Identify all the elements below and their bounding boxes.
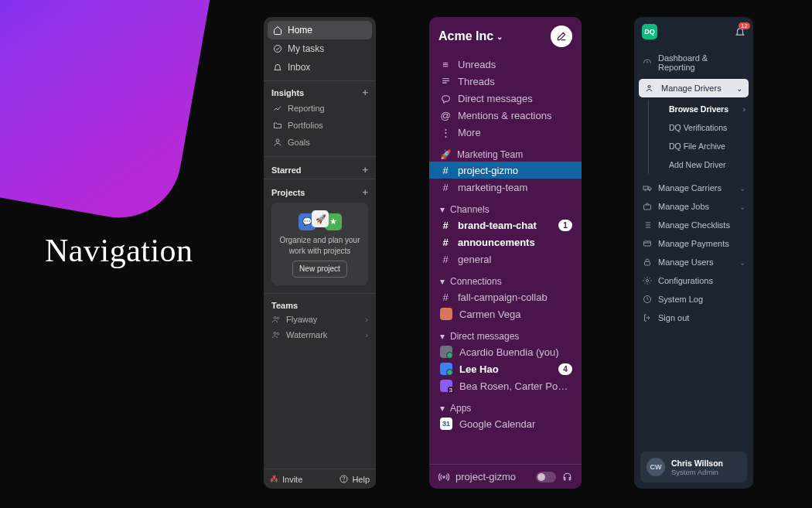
subnav-browse-drivers[interactable]: Browse Drivers› bbox=[648, 100, 753, 118]
section-channels[interactable]: ▾Channels bbox=[429, 200, 582, 216]
dm-carmen-vega[interactable]: Carmen Vega bbox=[429, 305, 582, 322]
channel-announcements[interactable]: #announcements bbox=[429, 234, 582, 251]
team-label: Watermark bbox=[286, 330, 327, 339]
app-icon: 31 bbox=[440, 418, 452, 430]
channel-marketing-team[interactable]: #marketing-team bbox=[429, 179, 582, 196]
briefcase-icon bbox=[642, 202, 652, 211]
nav-dms[interactable]: Direct messages bbox=[429, 90, 582, 107]
headphones-icon[interactable] bbox=[562, 472, 572, 482]
team-flyaway[interactable]: Flyaway › bbox=[264, 312, 376, 327]
background-blob bbox=[0, 0, 227, 227]
nav-goals[interactable]: Goals bbox=[268, 134, 372, 151]
section-apps[interactable]: ▾Apps bbox=[429, 399, 582, 415]
section-insights[interactable]: Insights + bbox=[264, 81, 376, 100]
nav-label: Threads bbox=[458, 76, 495, 87]
nav-label: Manage Users bbox=[658, 257, 714, 267]
user-info: Chris Willson System Admin bbox=[671, 459, 723, 476]
project-card-icons bbox=[278, 210, 362, 230]
svg-point-3 bbox=[277, 317, 279, 319]
huddle-bar: project-gizmo bbox=[429, 464, 582, 489]
plus-icon[interactable]: + bbox=[362, 164, 368, 176]
workspace-switcher[interactable]: Acme Inc ⌄ bbox=[429, 17, 582, 56]
nav-label: Manage Jobs bbox=[658, 202, 709, 211]
plus-icon[interactable]: + bbox=[362, 186, 368, 198]
section-projects[interactable]: Projects + bbox=[264, 181, 376, 199]
section-label: Projects bbox=[271, 188, 305, 197]
threads-icon bbox=[440, 77, 451, 87]
panel-admin: DQ 12 Dashboard & Reporting Manage Drive… bbox=[634, 17, 753, 489]
section-connections[interactable]: ▾Connections bbox=[429, 272, 582, 288]
dm-self[interactable]: Acardio Buendia (you) bbox=[429, 343, 582, 360]
logo[interactable]: DQ bbox=[642, 24, 657, 39]
section-direct-messages[interactable]: ▾Direct messages bbox=[429, 327, 582, 343]
nav-sign-out[interactable]: Sign out bbox=[634, 309, 753, 327]
nav-configurations[interactable]: Configurations bbox=[634, 271, 753, 290]
channel-label: marketing-team bbox=[458, 182, 527, 193]
section-starred[interactable]: Starred + bbox=[264, 159, 376, 177]
huddle-toggle[interactable] bbox=[536, 472, 556, 482]
notifications-button[interactable]: 12 bbox=[735, 26, 745, 37]
nav-system-log[interactable]: System Log bbox=[634, 290, 753, 309]
hash-icon: # bbox=[440, 165, 451, 176]
nav-manage-jobs[interactable]: Manage Jobs⌄ bbox=[634, 197, 753, 216]
channel-brand-team-chat[interactable]: #brand-team-chat1 bbox=[429, 216, 582, 234]
nav-reporting[interactable]: Reporting bbox=[268, 100, 372, 117]
caret-down-icon: ▾ bbox=[440, 204, 445, 215]
nav-manage-carriers[interactable]: Manage Carriers⌄ bbox=[634, 179, 753, 197]
nav-my-tasks[interactable]: My tasks bbox=[268, 39, 372, 58]
panel-asana: Home My tasks Inbox Insights + Reporting… bbox=[264, 17, 376, 489]
svg-point-0 bbox=[275, 46, 281, 53]
nav-inbox[interactable]: Inbox bbox=[268, 58, 372, 77]
channel-fall-campaign[interactable]: #fall-campaign-collab bbox=[429, 288, 582, 305]
nav-label: Direct messages bbox=[458, 93, 533, 104]
nav-more[interactable]: ⋮More bbox=[429, 124, 582, 141]
plus-icon[interactable]: + bbox=[362, 87, 368, 98]
nav-unreads[interactable]: ≡Unreads bbox=[429, 56, 582, 73]
person-icon bbox=[273, 138, 282, 147]
channel-general[interactable]: #general bbox=[429, 251, 582, 268]
chevron-down-icon: ⌄ bbox=[736, 84, 742, 93]
subnav-dq-verifications[interactable]: DQ Verifications bbox=[648, 118, 753, 137]
divider bbox=[264, 293, 376, 294]
invite-button[interactable]: ⁂ Invite bbox=[270, 474, 302, 484]
avatar bbox=[440, 308, 452, 320]
nav-label: More bbox=[458, 127, 481, 138]
nav-dashboard[interactable]: Dashboard & Reporting bbox=[634, 49, 753, 77]
panel-slack: Acme Inc ⌄ ≡Unreads Threads Direct messa… bbox=[429, 17, 582, 489]
nav-threads[interactable]: Threads bbox=[429, 73, 582, 90]
nav-label: Mentions & reactions bbox=[458, 110, 551, 121]
unread-badge: 1 bbox=[558, 220, 572, 231]
unread-badge: 4 bbox=[558, 363, 572, 375]
nav-manage-payments[interactable]: Manage Payments bbox=[634, 234, 753, 253]
help-button[interactable]: Help bbox=[339, 474, 370, 484]
nav-manage-users[interactable]: Manage Users⌄ bbox=[634, 253, 753, 271]
subnav-add-new-driver[interactable]: Add New Driver bbox=[648, 155, 753, 174]
nav-manage-drivers[interactable]: Manage Drivers⌄ bbox=[639, 79, 749, 97]
user-card[interactable]: CW Chris Willson System Admin bbox=[640, 452, 747, 482]
dm-group[interactable]: 3 Bea Rosen, Carter Poplin... bbox=[429, 377, 582, 394]
nav-label: Goals bbox=[288, 138, 310, 147]
section-label: Starred bbox=[271, 165, 302, 175]
nav-portfolios[interactable]: Portfolios bbox=[268, 117, 372, 134]
svg-point-12 bbox=[649, 189, 650, 191]
subnav-dq-file-archive[interactable]: DQ File Archive bbox=[648, 137, 753, 155]
section-marketing[interactable]: 🚀Marketing Team bbox=[429, 145, 582, 162]
dm-lee-hao[interactable]: Lee Hao4 bbox=[429, 360, 582, 377]
svg-rect-13 bbox=[643, 205, 650, 210]
sidebar-footer: ⁂ Invite Help bbox=[264, 469, 376, 489]
app-google-calendar[interactable]: 31Google Calendar bbox=[429, 415, 582, 432]
nav-manage-checklists[interactable]: Manage Checklists bbox=[634, 216, 753, 234]
at-icon: @ bbox=[440, 110, 451, 121]
section-label: Insights bbox=[271, 88, 304, 97]
new-project-button[interactable]: New project bbox=[292, 261, 347, 278]
nav-mentions[interactable]: @Mentions & reactions bbox=[429, 107, 582, 124]
chevron-right-icon: › bbox=[743, 104, 746, 114]
compose-button[interactable] bbox=[551, 26, 572, 47]
channel-project-gizmo[interactable]: #project-gizmo bbox=[429, 162, 582, 179]
svg-rect-10 bbox=[643, 186, 648, 189]
channel-label: project-gizmo bbox=[458, 165, 518, 176]
nav-home[interactable]: Home bbox=[268, 21, 372, 39]
avatar-group: 3 bbox=[440, 380, 452, 392]
team-watermark[interactable]: Watermark › bbox=[264, 327, 376, 343]
caret-down-icon: ▾ bbox=[440, 331, 445, 342]
